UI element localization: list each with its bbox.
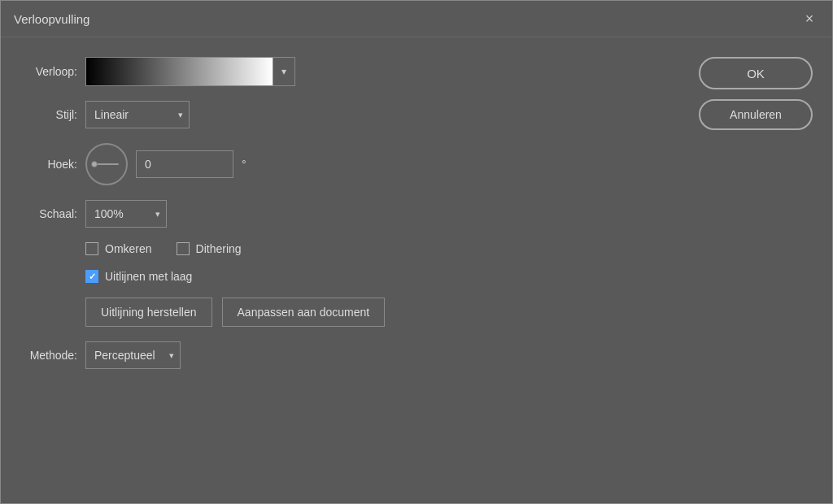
right-panel: OK Annuleren <box>666 57 813 484</box>
fit-button[interactable]: Aanpassen aan document <box>222 298 386 327</box>
uitlijnen-label: Uitlijnen met laag <box>105 270 192 283</box>
chevron-down-icon: ▾ <box>281 66 286 77</box>
verloop-label: Verloop: <box>20 65 77 78</box>
left-panel: Verloop: ▾ Stijl: Lineair Radiaal Hoek <box>20 57 666 484</box>
angle-line <box>94 163 119 165</box>
dithering-checkbox[interactable] <box>177 242 190 255</box>
dithering-label: Dithering <box>196 242 242 255</box>
content-area: Verloop: ▾ Stijl: Lineair Radiaal Hoek <box>1 37 832 503</box>
methode-select-wrapper: Perceptueel Lineair Klassiek ▾ <box>85 341 181 369</box>
hoek-row: Hoek: ° <box>20 143 666 185</box>
cancel-button[interactable]: Annuleren <box>699 99 813 130</box>
titlebar: Verloopvulling × <box>1 1 832 37</box>
hoek-label: Hoek: <box>20 158 77 171</box>
schaal-label: Schaal: <box>20 207 77 220</box>
ok-button[interactable]: OK <box>699 57 813 89</box>
schaal-select[interactable]: 10% 25% 50% 75% 100% 150% 200% <box>85 200 167 228</box>
stijl-select-wrapper: Lineair Radiaal Hoek Weerspiegeld Ruit ▾ <box>85 101 190 128</box>
stijl-row: Stijl: Lineair Radiaal Hoek Weerspiegeld… <box>20 101 666 128</box>
verloop-row: Verloop: ▾ <box>20 57 666 86</box>
dithering-checkbox-item[interactable]: Dithering <box>177 242 242 255</box>
omkeren-checkbox-item[interactable]: Omkeren <box>85 242 152 255</box>
reset-button[interactable]: Uitlijning herstellen <box>85 298 212 327</box>
omkeren-label: Omkeren <box>105 242 152 255</box>
methode-row: Methode: Perceptueel Lineair Klassiek ▾ <box>20 341 666 369</box>
hoek-input[interactable] <box>136 150 233 178</box>
dialog-title: Verloopvulling <box>14 12 89 26</box>
angle-dot <box>91 161 98 167</box>
action-buttons-row: Uitlijning herstellen Aanpassen aan docu… <box>20 298 666 327</box>
stijl-label: Stijl: <box>20 108 77 121</box>
methode-select[interactable]: Perceptueel Lineair Klassiek <box>85 341 181 369</box>
angle-dial[interactable] <box>85 143 128 185</box>
uitlijnen-checkbox[interactable] <box>85 270 98 283</box>
gradient-dropdown-button[interactable]: ▾ <box>273 57 295 86</box>
schaal-row: Schaal: 10% 25% 50% 75% 100% 150% 200% ▾ <box>20 200 666 228</box>
gradient-picker: ▾ <box>85 57 295 86</box>
stijl-select[interactable]: Lineair Radiaal Hoek Weerspiegeld Ruit <box>85 101 190 128</box>
dialog: Verloopvulling × Verloop: ▾ Stijl: <box>0 0 833 504</box>
close-button[interactable]: × <box>800 9 819 28</box>
gradient-preview[interactable] <box>85 57 273 86</box>
omkeren-checkbox[interactable] <box>85 242 98 255</box>
degree-symbol: ° <box>242 158 246 171</box>
uitlijnen-row: Uitlijnen met laag <box>20 270 666 283</box>
schaal-select-wrapper: 10% 25% 50% 75% 100% 150% 200% ▾ <box>85 200 167 228</box>
checkbox-row: Omkeren Dithering <box>20 242 666 255</box>
methode-label: Methode: <box>20 349 77 362</box>
